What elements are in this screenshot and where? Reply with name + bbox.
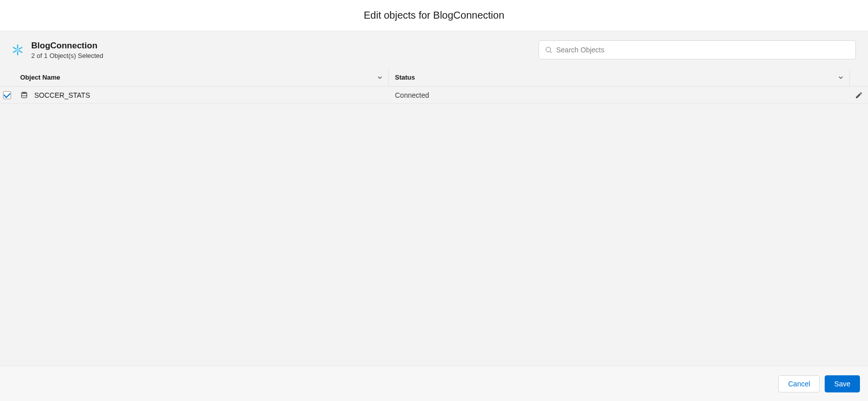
- chevron-down-icon: [376, 74, 383, 81]
- svg-point-7: [22, 92, 27, 94]
- toolbar: BlogConnection 2 of 1 Object(s) Selected: [0, 31, 868, 69]
- footer: Cancel Save: [0, 366, 868, 401]
- empty-space: [0, 104, 868, 366]
- connection-name: BlogConnection: [31, 41, 103, 51]
- svg-point-4: [17, 49, 19, 51]
- row-checkbox-cell: [0, 91, 20, 99]
- cancel-button[interactable]: Cancel: [778, 375, 820, 392]
- database-icon: [20, 91, 28, 99]
- row-status-cell: Connected: [389, 91, 850, 99]
- page-title: Edit objects for BlogConnection: [364, 10, 504, 21]
- column-header-status-label: Status: [395, 74, 415, 81]
- table-row: SOCCER_STATS Connected: [0, 87, 868, 104]
- column-header-status[interactable]: Status: [389, 69, 850, 86]
- pencil-icon: [855, 91, 863, 99]
- table-header-row: Object Name Status: [0, 69, 868, 87]
- table-body: SOCCER_STATS Connected: [0, 87, 868, 104]
- column-header-object-name[interactable]: Object Name: [20, 69, 389, 86]
- save-button[interactable]: Save: [825, 375, 860, 392]
- column-header-object-name-label: Object Name: [20, 74, 60, 81]
- title-bar: Edit objects for BlogConnection: [0, 0, 868, 31]
- connection-meta: BlogConnection 2 of 1 Object(s) Selected: [31, 41, 103, 59]
- row-actions-cell: [850, 91, 868, 99]
- toolbar-left: BlogConnection 2 of 1 Object(s) Selected: [11, 41, 103, 59]
- row-status: Connected: [395, 91, 429, 99]
- search-wrap: [539, 40, 856, 59]
- snowflake-icon: [11, 43, 24, 56]
- edit-row-button[interactable]: [855, 91, 863, 99]
- row-name-cell: SOCCER_STATS: [20, 91, 389, 99]
- row-object-name: SOCCER_STATS: [34, 91, 90, 99]
- search-input[interactable]: [539, 40, 856, 59]
- column-header-actions: [850, 69, 868, 86]
- connection-subtext: 2 of 1 Object(s) Selected: [31, 52, 103, 59]
- row-checkbox[interactable]: [3, 91, 11, 99]
- column-header-checkbox: [0, 69, 20, 86]
- chevron-down-icon: [837, 74, 844, 81]
